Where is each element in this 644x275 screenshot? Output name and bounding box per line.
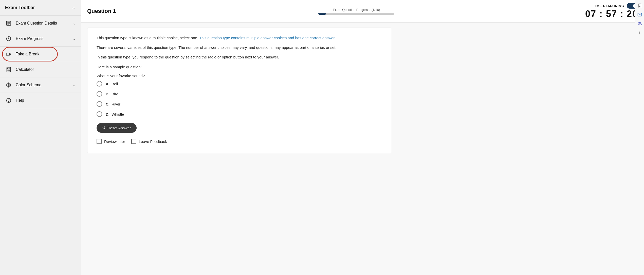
review-later-label: Review later <box>104 139 125 144</box>
svg-point-12 <box>9 70 10 70</box>
chevron-down-icon: ⌄ <box>73 21 76 25</box>
question-title: Question 1 <box>87 8 128 14</box>
choice-c[interactable]: C. River <box>97 101 382 107</box>
choice-label-a: A. Bell <box>106 82 118 86</box>
question-text: What is your favorite sound? <box>97 74 382 78</box>
review-later-action[interactable]: Review later <box>97 139 125 144</box>
sidebar-title: Exam Toolbar <box>5 5 35 10</box>
radio-a[interactable] <box>97 81 102 87</box>
choice-label-b: B. Bird <box>106 92 118 96</box>
svg-point-11 <box>8 70 9 70</box>
review-later-checkbox[interactable] <box>97 139 102 144</box>
radio-c[interactable] <box>97 101 102 107</box>
sidebar-item-label-take-a-break: Take a Break <box>16 52 76 56</box>
timer-label: TIME REMAINING <box>593 4 624 8</box>
choice-text-a: Bell <box>112 82 118 86</box>
choice-label-c: C. River <box>106 102 120 106</box>
bookmark-icon[interactable] <box>636 2 643 9</box>
timer-label-row: TIME REMAINING <box>593 3 638 9</box>
bottom-actions: Review later Leave Feedback <box>97 139 382 144</box>
svg-rect-5 <box>6 53 10 55</box>
calculator-icon <box>5 66 12 73</box>
sidebar-item-help[interactable]: Help <box>0 93 81 108</box>
instruction-line-3: In this question type, you respond to th… <box>97 54 382 60</box>
svg-point-14 <box>8 71 9 71</box>
leave-feedback-label: Leave Feedback <box>139 139 167 144</box>
svg-point-25 <box>640 22 641 23</box>
chevron-down-icon-3: ⌄ <box>73 83 76 87</box>
instruction-part1: This question type is known as a multipl… <box>97 36 199 40</box>
document-icon <box>5 20 12 27</box>
sidebar: Exam Toolbar « Exam Question Details ⌄ E… <box>0 0 81 275</box>
main-content: Question 1 Exam Question Progress (1/10)… <box>81 0 644 275</box>
progress-bar-container <box>318 13 394 15</box>
color-scheme-icon <box>5 81 12 89</box>
leave-feedback-action[interactable]: Leave Feedback <box>131 139 167 144</box>
reset-button-label: Reset Answer <box>107 126 131 130</box>
choice-letter-b: B. <box>106 92 109 96</box>
help-icon <box>5 97 12 104</box>
progress-icon <box>5 35 12 42</box>
sidebar-header: Exam Toolbar « <box>0 0 81 16</box>
question-card: This question type is known as a multipl… <box>87 28 391 153</box>
choice-letter-a: A. <box>106 82 109 86</box>
choice-letter-d: D. <box>106 112 109 116</box>
teams-icon[interactable] <box>636 20 643 27</box>
svg-rect-9 <box>7 68 10 69</box>
progress-count: (1/10) <box>372 8 380 12</box>
svg-point-15 <box>9 71 10 71</box>
instruction-line-2: There are several varieties of this ques… <box>97 45 382 51</box>
choice-label-d: D. Whistle <box>106 112 124 116</box>
choice-text-c: River <box>112 102 120 106</box>
svg-point-24 <box>638 22 640 24</box>
timer-section: TIME REMAINING 07 : 57 : 20 <box>585 3 638 19</box>
sidebar-item-label-help: Help <box>16 98 76 103</box>
choice-a[interactable]: A. Bell <box>97 81 382 87</box>
reset-answer-button[interactable]: ↺ Reset Answer <box>97 123 137 133</box>
choice-d[interactable]: D. Whistle <box>97 111 382 117</box>
plus-icon[interactable] <box>636 29 643 36</box>
svg-point-10 <box>7 70 8 70</box>
svg-point-13 <box>7 71 8 71</box>
sidebar-item-label-calculator: Calculator <box>16 67 76 72</box>
break-icon <box>5 51 12 58</box>
choice-text-b: Bird <box>112 92 118 96</box>
sidebar-item-color-scheme[interactable]: Color Scheme ⌄ <box>0 77 81 93</box>
sidebar-item-label-color-scheme: Color Scheme <box>16 83 69 87</box>
collapse-button[interactable]: « <box>71 4 76 11</box>
instruction-line-1: This question type is known as a multipl… <box>97 35 382 41</box>
svg-point-22 <box>8 101 9 102</box>
sidebar-item-label-exam-question-details: Exam Question Details <box>16 21 69 26</box>
sidebar-item-exam-question-details[interactable]: Exam Question Details ⌄ <box>0 16 81 31</box>
sample-label: Here is a sample question: <box>97 65 382 69</box>
mail-icon[interactable] <box>636 11 643 18</box>
progress-text: Exam Question Progress <box>333 8 370 12</box>
radio-b[interactable] <box>97 91 102 97</box>
answer-choices: A. Bell B. Bird C. River <box>97 81 382 117</box>
top-header: Question 1 Exam Question Progress (1/10)… <box>81 0 644 23</box>
reset-icon: ↺ <box>102 125 105 130</box>
progress-label: Exam Question Progress (1/10) <box>333 8 380 12</box>
leave-feedback-checkbox[interactable] <box>131 139 136 144</box>
sidebar-item-take-a-break[interactable]: Take a Break <box>0 47 81 62</box>
chevron-down-icon-2: ⌄ <box>73 37 76 41</box>
timer-value: 07 : 57 : 20 <box>585 9 638 19</box>
instruction-highlight: This question type contains multiple ans… <box>199 36 336 40</box>
sidebar-item-label-exam-progress: Exam Progress <box>16 36 69 41</box>
choice-letter-c: C. <box>106 102 109 106</box>
choice-text-d: Whistle <box>112 112 124 116</box>
sidebar-item-exam-progress[interactable]: Exam Progress ⌄ <box>0 31 81 47</box>
right-panel <box>635 0 644 275</box>
radio-d[interactable] <box>97 111 102 117</box>
sidebar-item-calculator[interactable]: Calculator <box>0 62 81 77</box>
progress-section: Exam Question Progress (1/10) <box>133 8 580 15</box>
progress-bar-fill <box>318 13 326 15</box>
choice-b[interactable]: B. Bird <box>97 91 382 97</box>
question-area: This question type is known as a multipl… <box>81 23 644 275</box>
